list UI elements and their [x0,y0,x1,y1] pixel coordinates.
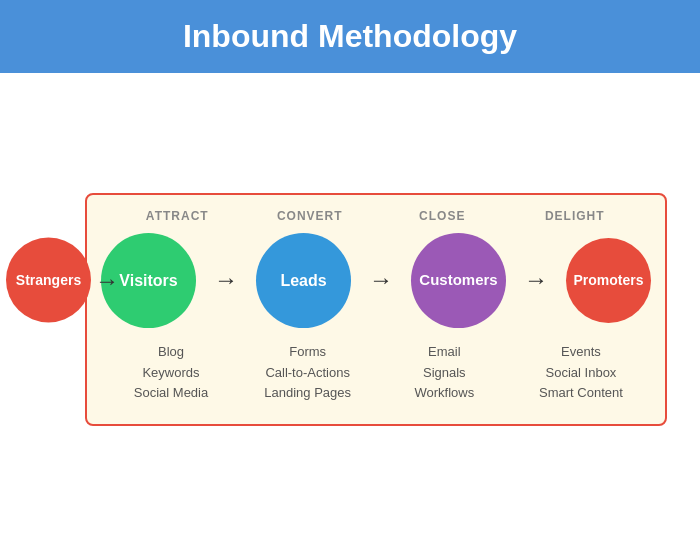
page-title: Inbound Methodology [0,18,700,55]
delight-tools: Events Social Inbox Smart Content [521,342,641,404]
promoters-circle: Promoters [566,238,651,323]
tools-row: Blog Keywords Social Media Forms Call-to… [101,342,651,404]
nodes-row: Strangers → Visitors → Leads [101,233,651,328]
customers-circle: Customers [411,233,506,328]
convert-tools: Forms Call-to-Actions Landing Pages [248,342,368,404]
diagram-container: ATTRACT CONVERT CLOSE DELIGHT Strangers … [30,193,670,426]
phase-labels-row: ATTRACT CONVERT CLOSE DELIGHT [101,209,651,223]
strangers-node-wrapper: Strangers → [6,238,123,323]
promoters-item: Promoters [566,238,651,323]
arrow-2: → [214,266,238,294]
phase-label-delight: DELIGHT [515,209,635,223]
phase-label-convert: CONVERT [250,209,370,223]
customers-item: Customers [411,233,506,328]
app-wrapper: Inbound Methodology ATTRACT CONVERT CLOS… [0,0,700,541]
attract-tools: Blog Keywords Social Media [111,342,231,404]
arrow-4: → [524,266,548,294]
header-bar: Inbound Methodology [0,0,700,73]
close-tools: Email Signals Workflows [384,342,504,404]
leads-item: Leads [256,233,351,328]
arrow-3: → [369,266,393,294]
beige-box: ATTRACT CONVERT CLOSE DELIGHT Strangers … [85,193,667,426]
leads-circle: Leads [256,233,351,328]
phase-label-attract: ATTRACT [117,209,237,223]
main-content: ATTRACT CONVERT CLOSE DELIGHT Strangers … [0,73,700,541]
strangers-circle: Strangers [6,238,91,323]
arrow-1: → [95,266,119,294]
phase-label-close: CLOSE [382,209,502,223]
